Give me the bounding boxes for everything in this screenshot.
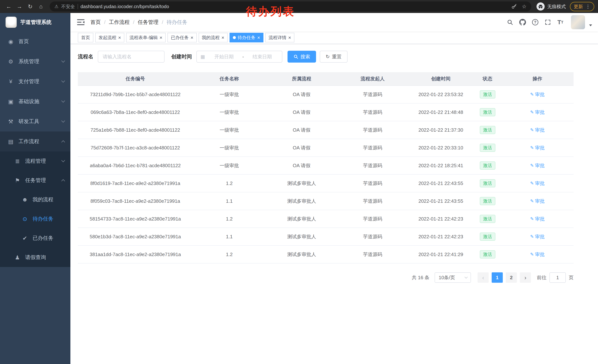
chevron-down-icon (61, 59, 65, 63)
tab-process-form-edit[interactable]: 流程表单-编辑 × (126, 33, 166, 42)
hamburger-icon[interactable] (77, 19, 84, 25)
close-icon[interactable]: × (257, 35, 260, 40)
key-icon[interactable] (511, 3, 517, 10)
goto-page-input[interactable] (549, 272, 566, 283)
start-date-placeholder: 开始日期 (208, 54, 240, 60)
reset-button[interactable]: ↻ 重置 (320, 51, 348, 63)
avatar[interactable] (571, 15, 585, 29)
update-button[interactable]: 更新 ⋮ (570, 2, 594, 11)
home-button[interactable]: ⌂ (36, 1, 46, 11)
cell-created: 2022-01-22 23:53:32 (408, 86, 474, 103)
status-badge: 激活 (480, 108, 495, 116)
cell-starter: 芋道源码 (337, 174, 408, 192)
approve-link[interactable]: ✎审批 (530, 180, 545, 187)
page-button-1[interactable]: 1 (492, 272, 503, 283)
goto-unit-label: 页 (569, 274, 573, 281)
sidebar-item-system-mgmt[interactable]: ⚙ 系统管理 (0, 51, 70, 72)
sidebar-item-my-process[interactable]: ☻ 我的流程 (0, 190, 70, 209)
cell-process: OA 请假 (266, 157, 337, 174)
search-icon[interactable] (505, 17, 515, 27)
process-name-input[interactable] (98, 51, 165, 63)
sidebar-item-home[interactable]: ◉ 首页 (0, 32, 70, 51)
breadcrumb-workflow[interactable]: 工作流程 (109, 19, 130, 26)
edit-icon: ✎ (530, 216, 534, 221)
col-header-created: 创建时间 (408, 72, 474, 86)
cell-starter: 芋道源码 (337, 245, 408, 263)
sidebar-item-infrastructure[interactable]: ▣ 基础设施 (0, 91, 70, 112)
app-logo[interactable]: 芋道管理系统 (0, 13, 70, 32)
approve-link[interactable]: ✎审批 (530, 234, 545, 240)
tab-home[interactable]: 首页 (78, 33, 93, 42)
cell-task-id: 725a1eb6-7b88-11ec-8ef0-acde48001122 (78, 121, 193, 139)
more-menu-icon[interactable]: ⋮ (586, 4, 590, 9)
next-icon: › (524, 274, 526, 281)
help-icon[interactable]: ? (530, 17, 540, 27)
tab-initiate-process[interactable]: 发起流程 × (95, 33, 124, 42)
approve-link[interactable]: ✎审批 (530, 91, 545, 98)
sidebar-item-leave-query[interactable]: ♟ 请假查询 (0, 248, 70, 267)
sidebar-item-payment-mgmt[interactable]: ¥ 支付管理 (0, 72, 70, 91)
close-icon[interactable]: × (288, 35, 291, 40)
status-badge: 激活 (480, 215, 495, 223)
page-button-2[interactable]: 2 (506, 272, 517, 283)
approve-link[interactable]: ✎审批 (530, 216, 545, 222)
cell-process: OA 请假 (266, 121, 337, 139)
approve-link[interactable]: ✎审批 (530, 109, 545, 115)
annotation-todo-list: 待办列表 (246, 4, 295, 19)
date-range-picker[interactable]: ▦ 开始日期 - 结束日期 (196, 51, 282, 63)
cell-task-name: 一级审批 (193, 121, 266, 139)
forward-button[interactable]: → (15, 1, 25, 11)
sidebar-item-done-tasks[interactable]: ✔ 已办任务 (0, 228, 70, 248)
close-icon[interactable]: × (118, 35, 121, 40)
sidebar-item-workflow[interactable]: ▤ 工作流程 (0, 131, 70, 152)
status-badge: 激活 (480, 162, 495, 170)
chevron-down-icon (61, 119, 65, 122)
approve-link[interactable]: ✎审批 (530, 162, 545, 169)
close-icon[interactable]: × (222, 35, 224, 40)
sidebar-item-process-mgmt[interactable]: ≣ 流程管理 (0, 152, 70, 171)
prev-page-button[interactable]: ‹ (478, 272, 489, 283)
tab-process-detail[interactable]: 流程详情 × (265, 33, 294, 42)
approve-link[interactable]: ✎审批 (530, 127, 545, 133)
cell-status: 激活 (474, 103, 501, 121)
create-time-label: 创建时间 (171, 53, 192, 60)
back-button[interactable]: ← (4, 1, 14, 11)
workflow-submenu: ≣ 流程管理 ⚑ 任务管理 ☻ 我的流程 ⊙ 待 (0, 152, 70, 267)
cell-process: 测试多审批人 (266, 192, 337, 210)
cell-task-name: 1.2 (193, 245, 266, 263)
close-icon[interactable]: × (159, 35, 162, 40)
sidebar-item-task-mgmt[interactable]: ⚑ 任务管理 (0, 171, 70, 190)
breadcrumb-task-mgmt[interactable]: 任务管理 (138, 19, 158, 26)
tab-my-process[interactable]: 我的流程 × (199, 33, 228, 42)
table-header-row: 任务编号 任务名称 所属流程 流程发起人 创建时间 状态 操作 (78, 72, 573, 86)
edit-icon: ✎ (530, 252, 534, 257)
page-size-select[interactable]: 10条/页 (435, 272, 471, 283)
calendar-icon: ▦ (200, 54, 205, 60)
font-size-icon[interactable]: TT (555, 17, 565, 27)
bookmark-star-icon[interactable]: ☆ (522, 4, 526, 10)
approve-link[interactable]: ✎审批 (530, 145, 545, 151)
reload-button[interactable]: ↻ (25, 1, 35, 11)
range-separator: - (241, 54, 245, 60)
fullscreen-icon[interactable] (543, 17, 553, 27)
sidebar-item-todo-tasks[interactable]: ⊙ 待办任务 (0, 209, 70, 228)
goto-label: 前往 (537, 274, 547, 281)
caret-down-icon[interactable] (589, 24, 592, 26)
cell-starter: 芋道源码 (337, 86, 408, 103)
sidebar-item-dev-tools[interactable]: ⚒ 研发工具 (0, 112, 70, 131)
cell-task-name: 1.1 (193, 192, 266, 210)
tab-todo-tasks[interactable]: 待办任务 × (230, 33, 263, 42)
chevron-down-icon (61, 79, 65, 83)
tab-done-tasks[interactable]: 已办任务 × (167, 33, 197, 42)
approve-link[interactable]: ✎审批 (530, 198, 545, 204)
github-icon[interactable] (518, 17, 528, 27)
approve-link[interactable]: ✎审批 (530, 251, 545, 258)
security-label: 不安全 (61, 4, 75, 10)
breadcrumb-home[interactable]: 首页 (91, 19, 101, 26)
close-icon[interactable]: × (191, 35, 193, 40)
next-page-button[interactable]: › (520, 272, 531, 283)
cell-starter: 芋道源码 (337, 121, 408, 139)
search-button[interactable]: 搜索 (288, 51, 316, 63)
person-icon: ♟ (14, 254, 21, 261)
cell-task-name: 1.2 (193, 210, 266, 228)
